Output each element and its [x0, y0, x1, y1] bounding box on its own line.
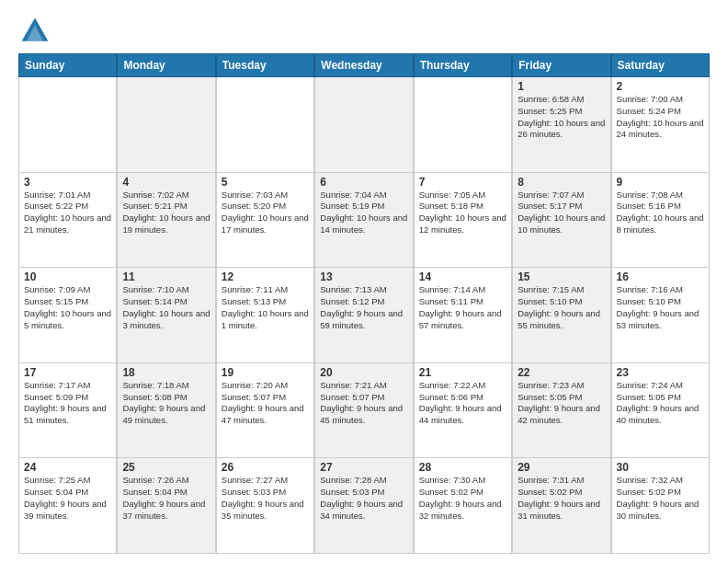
day-number: 22 [518, 366, 605, 379]
calendar-day-cell: 5Sunrise: 7:03 AM Sunset: 5:20 PM Daylig… [216, 173, 314, 268]
day-info: Sunrise: 7:24 AM Sunset: 5:05 PM Dayligh… [617, 380, 704, 427]
calendar-day-cell: 2Sunrise: 7:00 AM Sunset: 5:24 PM Daylig… [611, 77, 710, 172]
day-number: 28 [419, 461, 506, 474]
day-info: Sunrise: 7:09 AM Sunset: 5:15 PM Dayligh… [24, 284, 111, 331]
day-number: 1 [518, 80, 605, 93]
day-info: Sunrise: 7:18 AM Sunset: 5:08 PM Dayligh… [122, 380, 210, 427]
calendar: SundayMondayTuesdayWednesdayThursdayFrid… [18, 53, 710, 554]
day-number: 12 [222, 270, 309, 283]
calendar-day-cell: 27Sunrise: 7:28 AM Sunset: 5:03 PM Dayli… [314, 458, 413, 553]
calendar-body: 1Sunrise: 6:58 AM Sunset: 5:25 PM Daylig… [18, 77, 710, 554]
day-number: 7 [419, 176, 506, 189]
day-number: 8 [518, 176, 605, 189]
day-number: 9 [617, 176, 704, 189]
calendar-empty-cell [117, 77, 215, 172]
calendar-day-cell: 1Sunrise: 6:58 AM Sunset: 5:25 PM Daylig… [512, 77, 610, 172]
weekday-header: Monday [117, 53, 215, 77]
day-info: Sunrise: 7:26 AM Sunset: 5:04 PM Dayligh… [122, 475, 210, 522]
day-info: Sunrise: 7:27 AM Sunset: 5:03 PM Dayligh… [222, 475, 309, 522]
day-number: 26 [222, 461, 309, 474]
day-number: 30 [617, 461, 704, 474]
calendar-row: 10Sunrise: 7:09 AM Sunset: 5:15 PM Dayli… [18, 268, 710, 363]
day-info: Sunrise: 7:15 AM Sunset: 5:10 PM Dayligh… [518, 284, 605, 331]
day-info: Sunrise: 7:30 AM Sunset: 5:02 PM Dayligh… [419, 475, 506, 522]
day-number: 25 [122, 461, 210, 474]
day-info: Sunrise: 7:17 AM Sunset: 5:09 PM Dayligh… [24, 380, 111, 427]
day-number: 23 [617, 366, 704, 379]
day-number: 24 [24, 461, 111, 474]
calendar-day-cell: 14Sunrise: 7:14 AM Sunset: 5:11 PM Dayli… [414, 268, 512, 362]
calendar-day-cell: 7Sunrise: 7:05 AM Sunset: 5:18 PM Daylig… [414, 173, 512, 268]
calendar-day-cell: 26Sunrise: 7:27 AM Sunset: 5:03 PM Dayli… [216, 458, 314, 553]
calendar-day-cell: 10Sunrise: 7:09 AM Sunset: 5:15 PM Dayli… [18, 268, 117, 362]
day-info: Sunrise: 7:11 AM Sunset: 5:13 PM Dayligh… [222, 284, 309, 331]
calendar-day-cell: 21Sunrise: 7:22 AM Sunset: 5:06 PM Dayli… [414, 363, 512, 458]
day-number: 15 [518, 270, 605, 283]
day-number: 27 [320, 461, 407, 474]
calendar-day-cell: 4Sunrise: 7:02 AM Sunset: 5:21 PM Daylig… [117, 173, 215, 268]
day-info: Sunrise: 7:22 AM Sunset: 5:06 PM Dayligh… [419, 380, 506, 427]
day-number: 20 [320, 366, 407, 379]
calendar-day-cell: 3Sunrise: 7:01 AM Sunset: 5:22 PM Daylig… [18, 173, 117, 268]
calendar-row: 1Sunrise: 6:58 AM Sunset: 5:25 PM Daylig… [18, 77, 710, 173]
calendar-row: 3Sunrise: 7:01 AM Sunset: 5:22 PM Daylig… [18, 173, 710, 269]
day-number: 16 [617, 270, 704, 283]
day-number: 19 [222, 366, 309, 379]
weekday-header: Sunday [18, 53, 117, 77]
day-number: 10 [24, 270, 111, 283]
calendar-header: SundayMondayTuesdayWednesdayThursdayFrid… [18, 53, 710, 77]
calendar-empty-cell [314, 77, 413, 172]
calendar-day-cell: 8Sunrise: 7:07 AM Sunset: 5:17 PM Daylig… [512, 173, 610, 268]
day-number: 5 [222, 176, 309, 189]
day-info: Sunrise: 7:13 AM Sunset: 5:12 PM Dayligh… [320, 284, 407, 331]
weekday-header: Tuesday [216, 53, 314, 77]
calendar-day-cell: 29Sunrise: 7:31 AM Sunset: 5:02 PM Dayli… [512, 458, 610, 553]
day-number: 13 [320, 270, 407, 283]
calendar-day-cell: 30Sunrise: 7:32 AM Sunset: 5:02 PM Dayli… [611, 458, 710, 553]
day-number: 17 [24, 366, 111, 379]
weekday-header: Friday [512, 53, 610, 77]
calendar-empty-cell [414, 77, 512, 172]
day-number: 29 [518, 461, 605, 474]
calendar-day-cell: 22Sunrise: 7:23 AM Sunset: 5:05 PM Dayli… [512, 363, 610, 458]
day-info: Sunrise: 7:10 AM Sunset: 5:14 PM Dayligh… [122, 284, 210, 331]
day-number: 4 [122, 176, 210, 189]
day-info: Sunrise: 7:03 AM Sunset: 5:20 PM Dayligh… [222, 190, 309, 236]
page-header [18, 15, 710, 48]
calendar-empty-cell [216, 77, 314, 172]
calendar-day-cell: 11Sunrise: 7:10 AM Sunset: 5:14 PM Dayli… [117, 268, 215, 362]
calendar-day-cell: 20Sunrise: 7:21 AM Sunset: 5:07 PM Dayli… [314, 363, 413, 458]
day-info: Sunrise: 7:25 AM Sunset: 5:04 PM Dayligh… [24, 475, 111, 522]
calendar-day-cell: 13Sunrise: 7:13 AM Sunset: 5:12 PM Dayli… [314, 268, 413, 362]
day-info: Sunrise: 7:08 AM Sunset: 5:16 PM Dayligh… [617, 190, 704, 236]
weekday-header: Saturday [611, 53, 710, 77]
calendar-day-cell: 12Sunrise: 7:11 AM Sunset: 5:13 PM Dayli… [216, 268, 314, 362]
day-info: Sunrise: 6:58 AM Sunset: 5:25 PM Dayligh… [518, 94, 605, 141]
calendar-day-cell: 18Sunrise: 7:18 AM Sunset: 5:08 PM Dayli… [117, 363, 215, 458]
day-info: Sunrise: 7:00 AM Sunset: 5:24 PM Dayligh… [617, 94, 704, 141]
calendar-empty-cell [18, 77, 117, 172]
weekday-header: Thursday [414, 53, 512, 77]
calendar-day-cell: 17Sunrise: 7:17 AM Sunset: 5:09 PM Dayli… [18, 363, 117, 458]
day-info: Sunrise: 7:23 AM Sunset: 5:05 PM Dayligh… [518, 380, 605, 427]
day-info: Sunrise: 7:04 AM Sunset: 5:19 PM Dayligh… [320, 190, 407, 236]
day-number: 14 [419, 270, 506, 283]
calendar-day-cell: 19Sunrise: 7:20 AM Sunset: 5:07 PM Dayli… [216, 363, 314, 458]
calendar-day-cell: 24Sunrise: 7:25 AM Sunset: 5:04 PM Dayli… [18, 458, 117, 553]
day-info: Sunrise: 7:02 AM Sunset: 5:21 PM Dayligh… [122, 190, 210, 236]
day-number: 2 [617, 80, 704, 93]
day-info: Sunrise: 7:14 AM Sunset: 5:11 PM Dayligh… [419, 284, 506, 331]
weekday-header: Wednesday [314, 53, 413, 77]
calendar-day-cell: 16Sunrise: 7:16 AM Sunset: 5:10 PM Dayli… [611, 268, 710, 362]
day-number: 18 [122, 366, 210, 379]
day-info: Sunrise: 7:01 AM Sunset: 5:22 PM Dayligh… [24, 190, 111, 236]
day-number: 11 [122, 270, 210, 283]
calendar-day-cell: 6Sunrise: 7:04 AM Sunset: 5:19 PM Daylig… [314, 173, 413, 268]
day-info: Sunrise: 7:28 AM Sunset: 5:03 PM Dayligh… [320, 475, 407, 522]
calendar-day-cell: 23Sunrise: 7:24 AM Sunset: 5:05 PM Dayli… [611, 363, 710, 458]
calendar-row: 24Sunrise: 7:25 AM Sunset: 5:04 PM Dayli… [18, 458, 710, 554]
day-info: Sunrise: 7:31 AM Sunset: 5:02 PM Dayligh… [518, 475, 605, 522]
calendar-day-cell: 15Sunrise: 7:15 AM Sunset: 5:10 PM Dayli… [512, 268, 610, 362]
logo [18, 15, 55, 48]
logo-icon [18, 15, 51, 48]
